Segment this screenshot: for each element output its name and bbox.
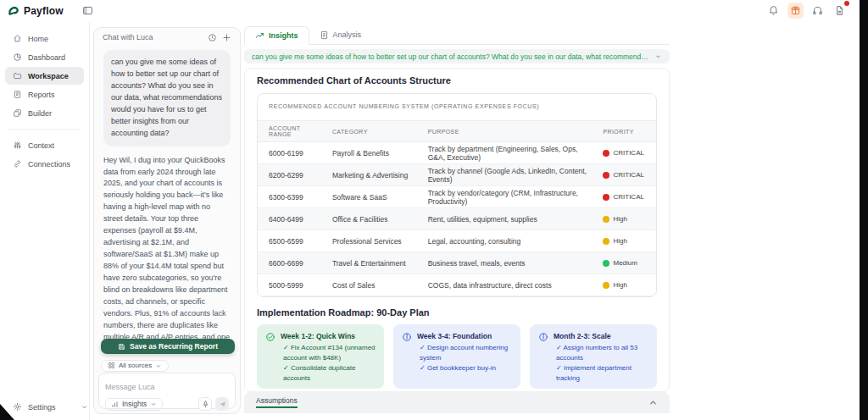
save-icon: [118, 343, 125, 351]
new-chat-plus-icon[interactable]: [222, 33, 231, 42]
roadmap-cards: Week 1-2: Quick Wins ✓ Fix Account #134 …: [257, 324, 657, 389]
sidebar: Home Dashboard Workspace Reports Builder…: [0, 22, 90, 420]
gift-icon[interactable]: [787, 3, 804, 19]
sidebar-item-label: Builder: [28, 109, 52, 118]
priority-badge: High: [603, 237, 649, 245]
sidebar-item-label: Workspace: [28, 72, 69, 80]
chevron-up-icon[interactable]: [648, 398, 658, 407]
cell-range: 5000-5999: [258, 274, 326, 296]
priority-dot: [603, 172, 609, 179]
chevron-down-icon: [155, 362, 162, 369]
message-input[interactable]: [105, 383, 229, 391]
cell-category: Travel & Entertainment: [326, 252, 421, 274]
history-clock-icon[interactable]: [208, 33, 217, 42]
sidebar-item-label: Reports: [28, 91, 55, 99]
insights-content[interactable]: Recommended Chart of Accounts Structure …: [244, 68, 670, 392]
table-row: 6000-6199 Payroll & Benefits Track by de…: [258, 142, 656, 164]
sidebar-item-label: Home: [28, 35, 48, 43]
priority-dot: [603, 282, 609, 289]
cell-purpose: Legal, accounting, consulting: [421, 230, 597, 252]
app-logo: Payflow: [0, 5, 64, 17]
message-composer: Insights: [98, 373, 236, 409]
send-button[interactable]: [215, 397, 229, 411]
bell-icon[interactable]: [765, 3, 782, 19]
table-row: 6600-6699 Travel & Entertainment Busines…: [258, 252, 656, 274]
priority-badge: CRITICAL: [603, 193, 649, 201]
priority-badge: CRITICAL: [603, 171, 649, 179]
sidebar-item-reports[interactable]: Reports: [5, 86, 84, 103]
chevron-down-icon: [654, 52, 662, 60]
cell-category: Cost of Sales: [326, 274, 421, 296]
top-bar: Payflow: [0, 0, 860, 22]
col-priority: PRIORITY: [596, 121, 656, 142]
assistant-message: Hey Wil, I dug into your QuickBooks data…: [103, 155, 231, 340]
link-icon: [13, 159, 22, 169]
priority-label: CRITICAL: [613, 149, 643, 157]
builder-icon: [13, 108, 22, 118]
all-sources-button[interactable]: All sources: [101, 360, 169, 372]
cell-purpose: COGS, data infrastructure, direct costs: [421, 274, 597, 296]
table-row: 5000-5999 Cost of Sales COGS, data infra…: [258, 274, 656, 296]
cell-range: 6400-6499: [258, 208, 326, 230]
chat-title: Chat with Luca: [103, 33, 203, 41]
mode-label: Insights: [122, 400, 147, 408]
priority-dot: [603, 260, 609, 267]
headphones-icon[interactable]: [810, 3, 826, 19]
save-recurring-report-button[interactable]: Save as Recurring Report: [101, 339, 235, 354]
roadmap-card-title: Week 3-4: Foundation: [417, 332, 492, 340]
col-purpose: PURPOSE: [421, 121, 597, 142]
priority-label: High: [613, 281, 626, 289]
app-title: Payflow: [24, 5, 64, 17]
cell-purpose: Business travel, meals, events: [421, 252, 597, 274]
table-header-row: ACCOUNT RANGE CATEGORY PURPOSE PRIORITY: [258, 121, 656, 142]
gear-icon: [13, 402, 22, 412]
query-summary-bar[interactable]: can you give me some ideas of how to bet…: [244, 49, 670, 64]
assumptions-tab[interactable]: Assumptions: [256, 396, 298, 408]
sidebar-item-settings[interactable]: Settings: [0, 402, 89, 412]
sidebar-item-workspace[interactable]: Workspace: [5, 67, 84, 85]
tab-analysis[interactable]: Analysis: [309, 25, 372, 44]
chat-header: Chat with Luca: [94, 28, 240, 47]
cell-category: Marketing & Advertising: [326, 164, 421, 186]
tab-insights[interactable]: Insights: [244, 26, 309, 45]
priority-label: High: [613, 237, 626, 245]
bar-chart-icon: [111, 401, 119, 408]
chevron-down-icon: [150, 401, 157, 407]
document-notification-icon[interactable]: [832, 3, 848, 19]
tab-label: Insights: [269, 31, 298, 40]
assumptions-bar[interactable]: Assumptions: [244, 391, 670, 413]
chat-messages[interactable]: can you give me some ideas of how to bet…: [94, 47, 240, 340]
cell-purpose: Track by vendor/category (CRM, Infrastru…: [421, 186, 597, 208]
sidebar-item-connections[interactable]: Connections: [5, 155, 84, 173]
topbar-actions: [765, 3, 848, 19]
info-circle-icon: [402, 332, 412, 342]
roadmap-item: ✓ Assign numbers to all 53 accounts: [556, 343, 648, 363]
sidebar-item-label: Context: [28, 141, 54, 150]
priority-dot: [603, 238, 609, 245]
roadmap-card-foundation: Week 3-4: Foundation ✓ Design account nu…: [393, 324, 520, 389]
roadmap-card-quick-wins: Week 1-2: Quick Wins ✓ Fix Account #134 …: [257, 324, 384, 389]
trending-up-icon: [255, 31, 264, 41]
sidebar-item-context[interactable]: Context: [5, 136, 84, 154]
tab-bar: Insights Analysis: [244, 25, 670, 45]
mode-selector[interactable]: Insights: [105, 398, 163, 411]
priority-badge: CRITICAL: [603, 149, 649, 157]
cell-range: 6000-6199: [258, 142, 326, 164]
microphone-button[interactable]: [198, 397, 212, 411]
save-button-label: Save as Recurring Report: [130, 342, 218, 351]
user-message: can you give me some ideas of how to bet…: [103, 50, 231, 146]
sources-icon: [108, 362, 115, 369]
cell-category: Software & SaaS: [326, 186, 421, 208]
section-title-coa: Recommended Chart of Accounts Structure: [257, 75, 657, 86]
cell-category: Professional Services: [326, 230, 421, 252]
roadmap-item: ✓ Design account numbering system: [420, 343, 512, 363]
sidebar-item-home[interactable]: Home: [5, 30, 84, 47]
priority-label: Medium: [613, 259, 637, 267]
sidebar-toggle-icon[interactable]: [82, 5, 93, 16]
roadmap-item: ✓ Consolidate duplicate accounts: [283, 363, 376, 384]
priority-label: CRITICAL: [613, 171, 643, 179]
sidebar-item-builder[interactable]: Builder: [5, 104, 84, 122]
sidebar-item-dashboard[interactable]: Dashboard: [5, 48, 84, 66]
chat-panel: Chat with Luca can you give me some idea…: [93, 27, 241, 414]
account-numbering-card: RECOMMENDED ACCOUNT NUMBERING SYSTEM (OP…: [257, 93, 657, 297]
